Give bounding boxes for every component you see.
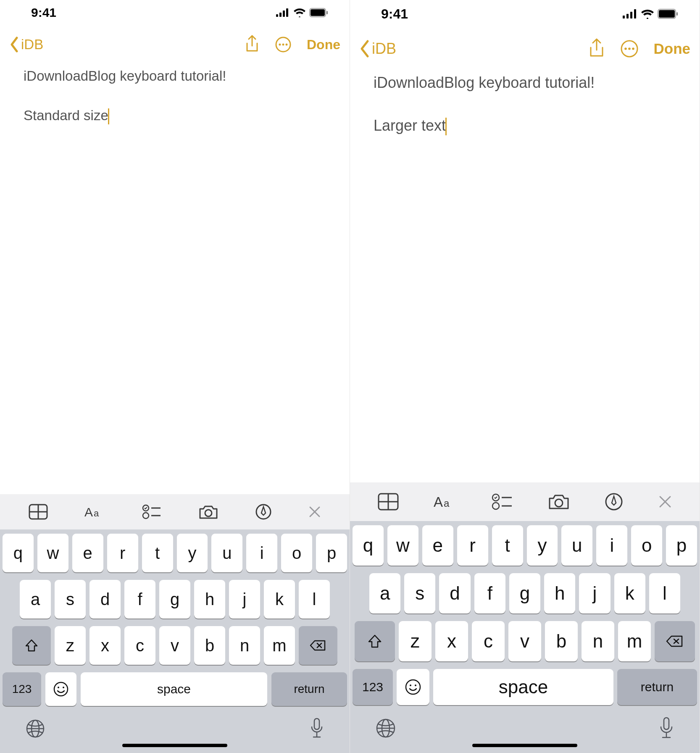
key-b[interactable]: b: [545, 621, 578, 661]
key-m[interactable]: m: [264, 626, 295, 665]
numbers-key[interactable]: 123: [353, 669, 393, 705]
table-button[interactable]: [378, 493, 399, 511]
note-content[interactable]: iDownloadBlog keyboard tutorial! Standar…: [0, 64, 350, 494]
key-j[interactable]: j: [229, 580, 260, 619]
key-u[interactable]: u: [211, 534, 242, 572]
key-n[interactable]: n: [229, 626, 260, 665]
key-v[interactable]: v: [508, 621, 541, 661]
key-w[interactable]: w: [37, 534, 68, 572]
key-f[interactable]: f: [474, 573, 505, 613]
key-d[interactable]: d: [439, 573, 470, 613]
space-key[interactable]: space: [433, 669, 613, 705]
done-button[interactable]: Done: [307, 37, 340, 53]
camera-button[interactable]: [198, 504, 218, 520]
key-p[interactable]: p: [316, 534, 347, 572]
key-c[interactable]: c: [472, 621, 505, 661]
return-key[interactable]: return: [617, 669, 697, 705]
back-button[interactable]: iDB: [9, 36, 43, 53]
space-key[interactable]: space: [81, 672, 267, 706]
globe-key[interactable]: [375, 718, 396, 739]
key-r[interactable]: r: [107, 534, 138, 572]
camera-icon: [198, 504, 218, 520]
key-r[interactable]: r: [457, 525, 488, 566]
key-i[interactable]: i: [246, 534, 277, 572]
checklist-button[interactable]: [142, 504, 161, 520]
key-p[interactable]: p: [666, 525, 697, 566]
share-button[interactable]: [245, 35, 260, 54]
key-b[interactable]: b: [194, 626, 225, 665]
key-a[interactable]: a: [20, 580, 51, 619]
note-date: April 28, 2023 at 3:18 PM: [108, 38, 241, 51]
key-g[interactable]: g: [509, 573, 540, 613]
note-content[interactable]: iDownloadBlog keyboard tutorial! Larger …: [350, 70, 700, 482]
home-indicator[interactable]: [472, 744, 577, 747]
markup-button[interactable]: [255, 503, 272, 520]
key-k[interactable]: k: [264, 580, 295, 619]
back-button[interactable]: iDB: [359, 39, 396, 58]
more-button[interactable]: [275, 36, 292, 53]
key-u[interactable]: u: [561, 525, 592, 566]
key-d[interactable]: d: [89, 580, 121, 619]
markup-button[interactable]: [605, 492, 623, 511]
svg-rect-0: [276, 14, 278, 17]
table-button[interactable]: [29, 504, 48, 520]
key-z[interactable]: z: [55, 626, 86, 665]
key-x[interactable]: x: [435, 621, 468, 661]
svg-text:A: A: [434, 494, 443, 510]
dictation-key[interactable]: [309, 718, 324, 740]
key-h[interactable]: h: [194, 580, 225, 619]
key-l[interactable]: l: [299, 580, 330, 619]
key-h[interactable]: h: [544, 573, 575, 613]
backspace-key[interactable]: [299, 626, 337, 665]
key-c[interactable]: c: [124, 626, 155, 665]
done-button[interactable]: Done: [654, 40, 691, 57]
dictation-key[interactable]: [658, 717, 674, 740]
key-g[interactable]: g: [159, 580, 190, 619]
checklist-button[interactable]: [492, 493, 513, 511]
shift-key[interactable]: [12, 626, 51, 665]
key-x[interactable]: x: [89, 626, 121, 665]
key-q[interactable]: q: [3, 534, 34, 572]
backspace-key[interactable]: [655, 621, 695, 661]
key-s[interactable]: s: [404, 573, 435, 613]
emoji-key[interactable]: [45, 672, 76, 706]
key-o[interactable]: o: [281, 534, 312, 572]
status-icons: [622, 9, 679, 19]
key-z[interactable]: z: [399, 621, 432, 661]
key-n[interactable]: n: [582, 621, 614, 661]
key-e[interactable]: e: [72, 534, 103, 572]
key-s[interactable]: s: [55, 580, 86, 619]
key-e[interactable]: e: [422, 525, 453, 566]
share-button[interactable]: [588, 38, 605, 59]
home-indicator[interactable]: [122, 744, 227, 747]
key-j[interactable]: j: [579, 573, 610, 613]
key-f[interactable]: f: [124, 580, 155, 619]
key-t[interactable]: t: [492, 525, 523, 566]
key-w[interactable]: w: [387, 525, 418, 566]
close-toolbar-button[interactable]: [308, 506, 321, 518]
text-format-button[interactable]: Aa: [84, 504, 105, 520]
key-y[interactable]: y: [527, 525, 558, 566]
return-key[interactable]: return: [271, 672, 347, 706]
key-y[interactable]: y: [177, 534, 208, 572]
globe-key[interactable]: [25, 719, 45, 739]
key-a[interactable]: a: [369, 573, 400, 613]
emoji-key[interactable]: [397, 669, 429, 705]
key-t[interactable]: t: [142, 534, 173, 572]
svg-rect-2: [283, 11, 285, 17]
key-o[interactable]: o: [631, 525, 662, 566]
key-q[interactable]: q: [353, 525, 384, 566]
key-i[interactable]: i: [596, 525, 627, 566]
key-l[interactable]: l: [649, 573, 680, 613]
more-button[interactable]: [620, 39, 639, 58]
key-v[interactable]: v: [159, 626, 190, 665]
close-toolbar-button[interactable]: [658, 495, 672, 508]
shift-key[interactable]: [355, 621, 395, 661]
backspace-icon: [666, 635, 684, 648]
text-format-button[interactable]: Aa: [434, 493, 456, 511]
key-k[interactable]: k: [614, 573, 645, 613]
numbers-key[interactable]: 123: [3, 672, 41, 706]
camera-button[interactable]: [548, 493, 570, 511]
phone-standard: 9:41 April 28, 2023 at 3:18 PM iDB Done …: [0, 0, 350, 753]
key-m[interactable]: m: [618, 621, 651, 661]
